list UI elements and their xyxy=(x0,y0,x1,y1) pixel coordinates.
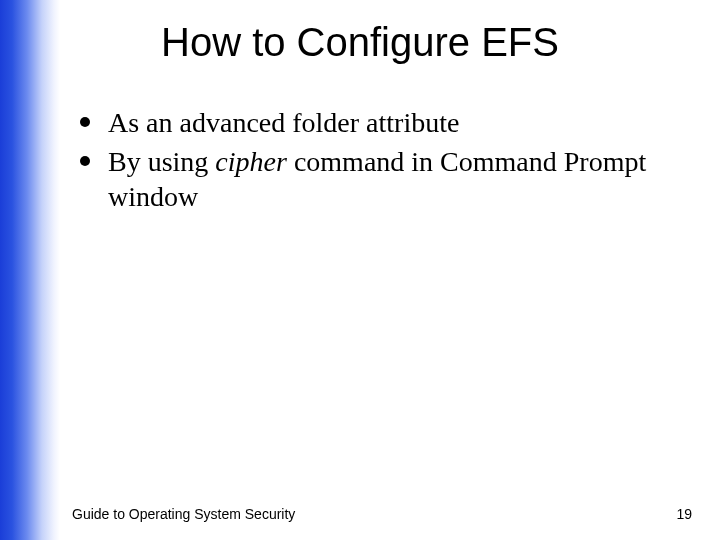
list-item: By using cipher command in Command Promp… xyxy=(80,144,690,214)
bullet-icon xyxy=(80,117,90,127)
bullet-text: As an advanced folder attribute xyxy=(108,105,690,140)
bullet-text: By using cipher command in Command Promp… xyxy=(108,144,690,214)
bullet-text-part: By using xyxy=(108,146,215,177)
slide-title: How to Configure EFS xyxy=(0,20,720,65)
footer-source: Guide to Operating System Security xyxy=(72,506,295,522)
bullet-icon xyxy=(80,156,90,166)
footer-page-number: 19 xyxy=(676,506,692,522)
list-item: As an advanced folder attribute xyxy=(80,105,690,140)
bullet-text-italic: cipher xyxy=(215,146,287,177)
slide-body: As an advanced folder attribute By using… xyxy=(80,105,690,218)
left-gradient-decoration xyxy=(0,0,60,540)
slide: How to Configure EFS As an advanced fold… xyxy=(0,0,720,540)
